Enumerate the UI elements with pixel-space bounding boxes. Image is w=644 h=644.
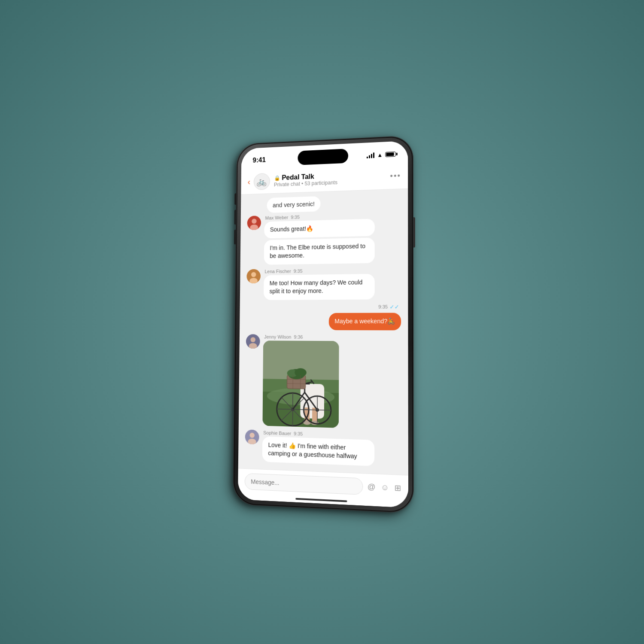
signal-icon bbox=[367, 152, 374, 158]
wifi-icon: ▲ bbox=[377, 152, 383, 158]
screen-content: 9:41 ▲ ‹ 🚲 bbox=[238, 141, 408, 508]
emoji-button[interactable]: ☺ bbox=[381, 483, 389, 492]
msg-content-lena: Lena Fischer 9:35 Me too! How many days?… bbox=[264, 267, 375, 302]
msg-bubble-sophie: Love it! 👍 I'm fine with either camping … bbox=[262, 436, 375, 466]
msg-content-sophie: Sophie Bauer 9:35 Love it! 👍 I'm fine wi… bbox=[262, 430, 375, 468]
svg-line-26 bbox=[304, 392, 317, 410]
mention-button[interactable]: @ bbox=[368, 482, 376, 492]
phone-screen: 9:41 ▲ ‹ 🚲 bbox=[238, 141, 408, 508]
back-button[interactable]: ‹ bbox=[248, 177, 251, 186]
message-row-max-1: Max Weber 9:35 Sounds great!🔥 I'm in. Th… bbox=[247, 212, 401, 267]
svg-rect-15 bbox=[304, 407, 310, 423]
msg-sender-lena: Lena Fischer 9:35 bbox=[264, 267, 375, 274]
msg-image-jenny[interactable] bbox=[262, 340, 339, 428]
image-button[interactable]: ⊞ bbox=[395, 483, 401, 493]
signal-bar-4 bbox=[373, 152, 374, 158]
phone-container: 9:41 ▲ ‹ 🚲 bbox=[233, 135, 413, 513]
chat-avatar-emoji: 🚲 bbox=[257, 176, 267, 186]
svg-point-7 bbox=[251, 337, 256, 342]
svg-rect-16 bbox=[312, 407, 317, 423]
svg-line-34 bbox=[311, 380, 314, 384]
msg-sender-max: Max Weber 9:35 bbox=[264, 212, 375, 220]
svg-point-30 bbox=[316, 408, 319, 411]
msg-content-jenny: Jenny Wilson 9:36 bbox=[262, 334, 339, 429]
avatar-lena-fischer bbox=[246, 269, 261, 283]
status-icons: ▲ bbox=[367, 151, 396, 158]
msg-content-max: Max Weber 9:35 Sounds great!🔥 I'm in. Th… bbox=[264, 212, 375, 266]
status-time: 9:41 bbox=[252, 156, 265, 164]
battery-fill bbox=[386, 152, 394, 156]
lock-icon: 🔒 bbox=[274, 175, 280, 181]
msg-bubble-max-2: I'm in. The Elbe route is supposed to be… bbox=[264, 237, 375, 265]
input-icons: @ ☺ ⊞ bbox=[368, 482, 401, 493]
power-button[interactable] bbox=[413, 217, 415, 248]
msg-sender-jenny: Jenny Wilson 9:36 bbox=[263, 334, 339, 340]
message-row-sophie: Sophie Bauer 9:35 Love it! 👍 I'm fine wi… bbox=[245, 429, 401, 469]
svg-line-32 bbox=[304, 410, 331, 410]
message-row-jenny: Jenny Wilson 9:36 bbox=[245, 334, 401, 431]
msg-bubble-lena: Me too! How many days? We could split it… bbox=[264, 274, 375, 300]
svg-point-17 bbox=[303, 420, 311, 425]
msg-bubble-own: Maybe a weekend?🚴 bbox=[328, 313, 401, 330]
home-indicator bbox=[295, 498, 347, 502]
chat-name-text: Pedal Talk bbox=[282, 173, 314, 182]
avatar-jenny-wilson bbox=[246, 334, 260, 349]
avatar-sophie-bauer bbox=[245, 429, 259, 444]
own-message-time: 9:35 ✓✓ bbox=[246, 304, 399, 310]
avatar-max-weber bbox=[247, 216, 261, 230]
chat-avatar: 🚲 bbox=[253, 173, 270, 190]
own-bubble-container: Maybe a weekend?🚴 bbox=[328, 313, 401, 332]
message-row-lena: Lena Fischer 9:35 Me too! How many days?… bbox=[246, 267, 401, 302]
messages-area: and very scenic! Max Weber 9:35 Sounds g… bbox=[238, 189, 408, 475]
more-options-button[interactable]: ••• bbox=[390, 171, 401, 181]
message-row-own: Maybe a weekend?🚴 bbox=[246, 313, 401, 332]
read-checkmarks: ✓✓ bbox=[389, 304, 399, 310]
message-truncated: and very scenic! bbox=[267, 196, 321, 213]
svg-point-29 bbox=[304, 395, 331, 424]
own-time-text: 9:35 bbox=[378, 304, 388, 310]
dynamic-island bbox=[298, 149, 348, 165]
svg-point-18 bbox=[311, 420, 319, 425]
chat-info: 🔒 Pedal Talk Private chat • 53 participa… bbox=[274, 170, 390, 188]
battery-icon bbox=[385, 152, 395, 157]
msg-bubble-max-1: Sounds great!🔥 bbox=[264, 219, 375, 238]
svg-line-39 bbox=[287, 379, 306, 380]
signal-bar-1 bbox=[367, 157, 368, 158]
